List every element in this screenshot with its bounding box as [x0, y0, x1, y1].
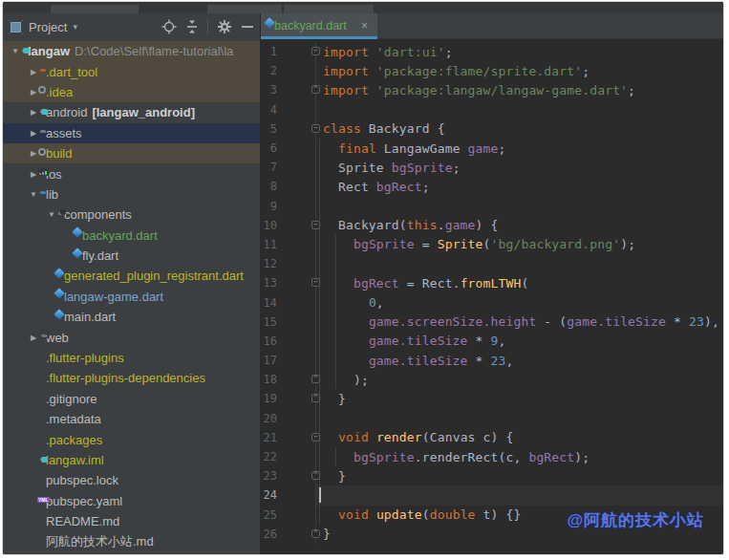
tree-item-generated-plugin-registrant.dart[interactable]: generated_plugin_registrant.dart — [3, 266, 260, 286]
code-line-7[interactable]: 7 Sprite bgSprite; — [261, 158, 723, 177]
tree-item-fly.dart[interactable]: fly.dart — [3, 246, 260, 266]
code-text[interactable] — [316, 100, 723, 119]
code-line-16[interactable]: 16 game.tileSize * 9, — [261, 332, 723, 351]
tree-item-pubspec.yaml[interactable]: YMLpubspec.yaml — [3, 491, 260, 511]
tree-item-backyard.dart[interactable]: backyard.dart — [3, 226, 260, 246]
hide-panel-icon[interactable] — [241, 19, 254, 34]
tree-item-.metadata[interactable]: .metadata — [3, 409, 260, 429]
tree-item-readme.md[interactable]: README.md — [3, 511, 260, 531]
chevron-collapsed-icon[interactable]: ▶ — [27, 129, 40, 138]
code-line-19[interactable]: 19^ } — [261, 389, 723, 408]
tree-item-.flutter-plugins[interactable]: .flutter-plugins — [3, 348, 260, 368]
chevron-expanded-icon[interactable]: ▼ — [45, 210, 58, 219]
code-text[interactable]: } — [316, 389, 723, 408]
fold-collapse-icon[interactable]: − — [311, 124, 320, 133]
tree-item--.md[interactable]: 阿航的技术小站.md — [3, 531, 260, 551]
code-text[interactable]: Backyard(this.game) { — [316, 216, 723, 235]
code-editor[interactable]: 1−import 'dart:ui';2import 'package:flam… — [261, 39, 723, 554]
chevron-collapsed-icon[interactable]: ▶ — [27, 68, 40, 76]
code-text[interactable]: import 'package:langaw/langaw-game.dart'… — [316, 80, 723, 99]
code-text[interactable]: ); — [316, 370, 723, 389]
code-line-10[interactable]: 10− Backyard(this.game) { — [261, 216, 723, 235]
tree-item-langaw.iml[interactable]: langaw.iml — [3, 450, 260, 470]
collapse-all-icon[interactable] — [185, 19, 199, 34]
code-line-20[interactable]: 20 — [261, 409, 723, 428]
tree-item-.idea[interactable]: ▶.idea — [3, 82, 260, 102]
tree-item-lib[interactable]: ▼lib — [3, 184, 260, 205]
tree-item-langaw[interactable]: ▼langawD:\Code\Self\flame-tutorial\la — [3, 41, 260, 61]
chevron-expanded-icon[interactable]: ▼ — [9, 47, 22, 55]
close-icon[interactable]: × — [361, 19, 368, 32]
code-text[interactable]: bgSprite = Sprite('bg/backyard.png'); — [316, 235, 723, 254]
code-text[interactable] — [316, 485, 723, 505]
code-line-1[interactable]: 1−import 'dart:ui'; — [261, 42, 723, 61]
code-text[interactable]: 0, — [316, 292, 723, 312]
code-line-2[interactable]: 2import 'package:flame/sprite.dart'; — [261, 61, 723, 80]
code-line-14[interactable]: 14 0, — [261, 292, 723, 312]
tree-item-.gitignore[interactable]: .gitignore — [3, 389, 260, 409]
code-text[interactable] — [316, 254, 723, 273]
code-line-15[interactable]: 15 game.screenSize.height - (game.tileSi… — [261, 312, 723, 332]
tree-item-langaw-game.dart[interactable]: langaw-game.dart — [3, 287, 260, 307]
code-text[interactable]: game.tileSize * 23, — [316, 351, 723, 370]
tree-item-ios[interactable]: ▶ios — [3, 163, 260, 183]
code-text[interactable]: game.tileSize * 9, — [316, 332, 723, 351]
tree-item-android[interactable]: ▶android[langaw_android] — [3, 102, 260, 122]
fold-collapse-icon[interactable]: − — [311, 278, 320, 287]
tree-item-.flutter-plugins-dependencies[interactable]: .flutter-plugins-dependencies — [3, 368, 260, 388]
settings-gear-icon[interactable] — [217, 19, 232, 34]
tree-item-main.dart[interactable]: main.dart — [3, 307, 260, 327]
code-text[interactable]: import 'package:flame/sprite.dart'; — [316, 61, 723, 80]
tree-item-assets[interactable]: ▶assets — [3, 123, 260, 143]
code-line-24[interactable]: 24 — [261, 485, 723, 505]
code-text[interactable]: bgRect = Rect.fromLTWH( — [316, 273, 723, 292]
fold-end-icon[interactable]: ^ — [311, 85, 320, 94]
gutter-fold-column: − — [277, 216, 316, 235]
code-text[interactable]: final LangawGame game; — [316, 139, 723, 158]
code-text[interactable]: } — [316, 466, 723, 485]
code-line-13[interactable]: 13− bgRect = Rect.fromLTWH( — [261, 273, 723, 292]
tree-item-components[interactable]: ▼components — [3, 205, 260, 225]
target-icon[interactable] — [161, 19, 177, 34]
tree-item-web[interactable]: ▶web — [3, 327, 260, 347]
code-line-21[interactable]: 21− void render(Canvas c) { — [261, 428, 723, 447]
fold-collapse-icon[interactable]: − — [311, 433, 320, 442]
code-line-22[interactable]: 22 bgSprite.renderRect(c, bgRect); — [261, 447, 723, 466]
chevron-collapsed-icon[interactable]: ▶ — [27, 334, 40, 342]
code-text[interactable]: import 'dart:ui'; — [316, 42, 723, 61]
fold-end-icon[interactable]: ^ — [311, 471, 320, 480]
code-line-12[interactable]: 12 — [261, 254, 723, 273]
fold-collapse-icon[interactable]: − — [311, 221, 320, 229]
code-line-4[interactable]: 4 — [261, 100, 723, 119]
code-line-6[interactable]: 6 final LangawGame game; — [261, 139, 723, 158]
tree-item-.packages[interactable]: .packages — [3, 429, 260, 449]
tree-item-build[interactable]: ▶build — [3, 143, 260, 163]
project-panel-title[interactable]: Project — [29, 20, 67, 34]
fold-end-icon[interactable]: ^ — [311, 394, 320, 402]
code-line-11[interactable]: 11 bgSprite = Sprite('bg/backyard.png'); — [261, 235, 723, 254]
fold-end-icon[interactable]: ^ — [311, 529, 320, 538]
code-text[interactable]: bgSprite.renderRect(c, bgRect); — [316, 447, 723, 466]
code-text[interactable]: void render(Canvas c) { — [316, 428, 723, 447]
tab-backyard-dart[interactable]: backyard.dart × — [261, 13, 377, 38]
chevron-expanded-icon[interactable]: ▼ — [27, 190, 40, 199]
code-line-5[interactable]: 5−class Backyard { — [261, 119, 723, 139]
code-text[interactable]: class Backyard { — [316, 119, 723, 139]
chevron-collapsed-icon[interactable]: ▶ — [27, 108, 40, 117]
code-line-9[interactable]: 9 — [261, 197, 723, 216]
code-line-23[interactable]: 23^ } — [261, 466, 723, 485]
code-line-8[interactable]: 8 Rect bgRect; — [261, 177, 723, 196]
code-text[interactable]: game.screenSize.height - (game.tileSize … — [316, 312, 723, 332]
code-line-3[interactable]: 3^import 'package:langaw/langaw-game.dar… — [261, 80, 723, 99]
tree-item-.dart-tool[interactable]: ▶.dart_tool — [3, 61, 260, 81]
code-line-18[interactable]: 18^ ); — [261, 370, 723, 389]
code-text[interactable] — [316, 197, 723, 216]
fold-collapse-icon[interactable]: − — [311, 47, 320, 55]
code-text[interactable]: Sprite bgSprite; — [316, 158, 723, 177]
tree-item-pubspec.lock[interactable]: pubspec.lock — [3, 470, 260, 490]
code-text[interactable] — [316, 409, 723, 428]
fold-end-icon[interactable]: ^ — [311, 375, 320, 383]
code-text[interactable]: Rect bgRect; — [316, 177, 723, 196]
code-line-17[interactable]: 17 game.tileSize * 23, — [261, 351, 723, 370]
chevron-down-icon[interactable]: ▾ — [73, 22, 77, 32]
